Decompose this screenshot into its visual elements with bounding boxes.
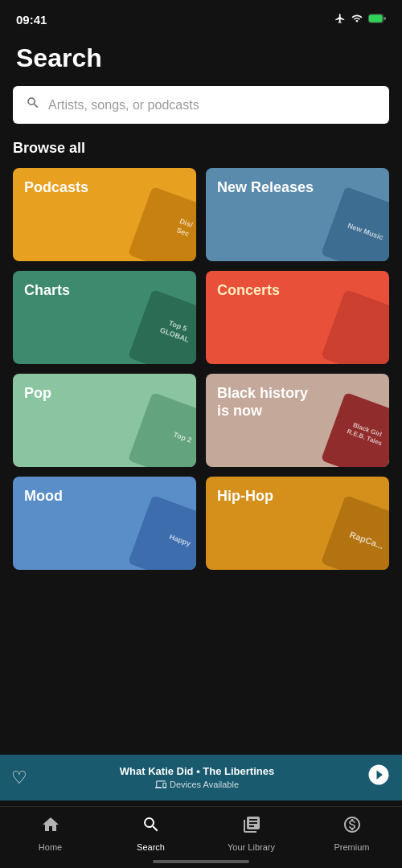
browse-grid: Podcasts Dis/Sec New Releases New Music … [13, 168, 389, 570]
browse-card-mood[interactable]: Mood Happy [13, 477, 196, 570]
devices-label: Devices Available [170, 780, 239, 789]
search-bar-container[interactable]: Artists, songs, or podcasts [0, 86, 402, 140]
now-playing-sub: Devices Available [35, 779, 359, 790]
card-label-mood: Mood [24, 488, 63, 506]
heart-button[interactable]: ♡ [11, 768, 27, 788]
battery-icon [368, 14, 386, 26]
premium-icon [343, 815, 362, 839]
wifi-icon [351, 13, 363, 27]
browse-title: Browse all [13, 140, 389, 157]
status-time: 09:41 [16, 13, 47, 27]
nav-premium-label: Premium [334, 842, 369, 852]
nav-home[interactable]: Home [27, 815, 75, 852]
browse-card-charts[interactable]: Charts Top 5GLOBAL [13, 271, 196, 364]
nav-library-label: Your Library [228, 842, 275, 852]
play-button[interactable] [367, 763, 391, 792]
play-icon [367, 763, 391, 787]
search-nav-icon [142, 815, 161, 839]
now-playing-info: What Katie Did • The Libertines Devices … [35, 765, 359, 790]
bottom-nav: Home Search Your Library Premium [0, 806, 402, 868]
svg-rect-2 [384, 16, 386, 19]
nav-premium[interactable]: Premium [328, 815, 376, 852]
now-playing-title: What Katie Did • The Libertines [35, 765, 359, 777]
search-input-placeholder[interactable]: Artists, songs, or podcasts [48, 98, 376, 113]
svg-rect-1 [369, 14, 383, 22]
card-deco-pop [128, 392, 196, 467]
status-bar: 09:41 [0, 0, 402, 35]
nav-home-label: Home [39, 842, 62, 852]
card-deco-mood [128, 495, 196, 570]
browse-card-new-releases[interactable]: New Releases New Music [206, 168, 389, 261]
browse-card-hiphop[interactable]: Hip-Hop RapCa... [206, 477, 389, 570]
home-icon [41, 815, 60, 839]
card-label-concerts: Concerts [217, 282, 280, 300]
nav-search[interactable]: Search [127, 815, 175, 852]
header: Search [0, 35, 402, 86]
library-icon [242, 815, 261, 839]
search-icon [26, 96, 40, 114]
browse-card-pop[interactable]: Pop Top 2 [13, 374, 196, 467]
search-bar[interactable]: Artists, songs, or podcasts [13, 86, 389, 124]
airplane-icon [334, 13, 346, 27]
card-label-pop: Pop [24, 385, 51, 403]
card-label-black-history: Black history is now [217, 385, 318, 420]
browse-card-concerts[interactable]: Concerts [206, 271, 389, 364]
status-icons [334, 13, 386, 27]
devices-icon [155, 779, 166, 790]
browse-section: Browse all Podcasts Dis/Sec New Releases… [0, 140, 402, 570]
card-label-charts: Charts [24, 282, 70, 300]
card-label-podcasts: Podcasts [24, 179, 88, 197]
nav-library[interactable]: Your Library [228, 815, 276, 852]
browse-card-black-history[interactable]: Black history is now Black GirlR.E.B. Ta… [206, 374, 389, 467]
card-label-new-releases: New Releases [217, 179, 314, 197]
home-indicator [153, 860, 249, 863]
nav-search-label: Search [137, 842, 165, 852]
page-title: Search [16, 43, 386, 73]
card-deco-concerts [321, 289, 389, 364]
now-playing-bar[interactable]: ♡ What Katie Did • The Libertines Device… [0, 755, 402, 800]
card-label-hiphop: Hip-Hop [217, 488, 273, 506]
browse-card-podcasts[interactable]: Podcasts Dis/Sec [13, 168, 196, 261]
